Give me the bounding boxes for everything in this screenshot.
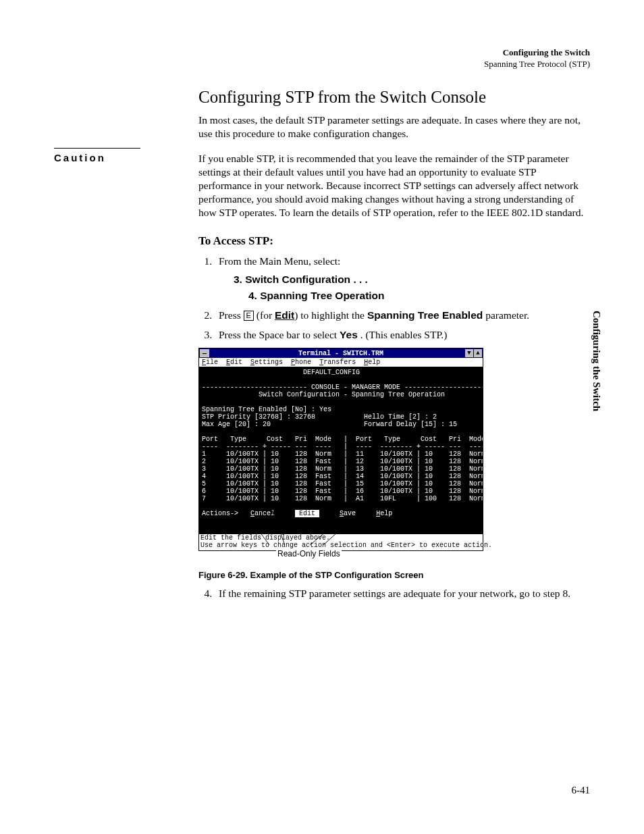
titlebar-buttons: ▼ ▲ [465, 349, 482, 357]
page-number: 6-41 [572, 785, 591, 796]
step-2-mid: (for [254, 309, 275, 321]
actions-gap3 [356, 510, 376, 517]
term-row-5: 6 10/100TX | 10 128 Fast | 16 10/100TX |… [202, 488, 483, 495]
step-1: From the Main Menu, select: 3. Switch Co… [215, 255, 590, 304]
intro-paragraph: In most cases, the default STP parameter… [198, 113, 590, 140]
term-row-4: 5 10/100TX | 10 128 Fast | 15 10/100TX |… [202, 480, 483, 488]
term-row-6: 7 10/100TX | 10 128 Norm | A1 10FL | 100… [202, 495, 483, 502]
term-header2: Switch Configuration - Spanning Tree Ope… [202, 391, 445, 398]
figure-caption: Figure 6-29. Example of the STP Configur… [198, 570, 590, 580]
term-cfg3: Max Age [20] : 20 Forward Delay [15] : 1… [202, 421, 457, 428]
minimize-icon[interactable]: ▼ [465, 349, 473, 357]
actions-gap2 [319, 510, 340, 517]
running-head: Configuring the Switch Spanning Tree Pro… [54, 47, 590, 70]
status-line-1: Edit the fields displayed above. [200, 534, 330, 542]
term-hr: -------------------------- CONSOLE - MAN… [202, 384, 483, 391]
terminal-statusbar: Edit the fields displayed above. Use arr… [199, 534, 483, 550]
term-header1: DEFAULT_CONFIG [202, 369, 360, 376]
step-2-post1: ) to highlight the [294, 309, 367, 321]
subhead-access-stp: To Access STP: [198, 234, 590, 248]
step-3-yes: Yes [340, 329, 358, 340]
step-4: If the remaining STP parameter settings … [215, 587, 590, 601]
status-line-2: Use arrow keys to change action selectio… [200, 542, 492, 549]
caution-text: If you enable STP, it is recommended tha… [198, 152, 590, 219]
action-cancel[interactable]: Cancel [250, 510, 275, 517]
term-row-1: 2 10/100TX | 10 128 Fast | 12 10/100TX |… [202, 458, 483, 465]
terminal-figure: — Terminal - SWITCH.TRM ▼ ▲ File Edit Se… [198, 348, 482, 559]
step-2-pre: Press [219, 309, 244, 321]
terminal-body: DEFAULT_CONFIG -------------------------… [199, 367, 483, 534]
steps-list-cont: If the remaining STP parameter settings … [198, 587, 590, 601]
actions-gap1 [275, 510, 295, 517]
caution-rule [54, 148, 140, 149]
caution-label: Caution [54, 152, 106, 163]
caution-block: Caution If you enable STP, it is recomme… [198, 152, 590, 219]
term-cfg1: Spanning Tree Enabled [No] : Yes [202, 406, 331, 413]
term-row-2: 3 10/100TX | 10 128 Norm | 13 10/100TX |… [202, 465, 483, 473]
term-row-0: 1 10/100TX | 10 128 Norm | 11 10/100TX |… [202, 450, 483, 458]
step-3-post: . (This enables STP.) [358, 329, 448, 340]
step-2-edit: Edit [275, 309, 294, 321]
term-thead: Port Type Cost Pri Mode | Port Type Cost… [202, 436, 483, 443]
step-2-param: Spanning Tree Enabled [367, 309, 483, 321]
steps-list: From the Main Menu, select: 3. Switch Co… [198, 255, 590, 343]
running-head-sub: Spanning Tree Protocol (STP) [484, 59, 590, 69]
step-2: Press E (for Edit) to highlight the Span… [215, 309, 590, 323]
step-3: Press the Space bar to select Yes . (Thi… [215, 328, 590, 342]
term-actions-pre: Actions-> [202, 510, 250, 517]
action-help[interactable]: Help [376, 510, 392, 517]
maximize-icon[interactable]: ▲ [474, 349, 482, 357]
terminal-titlebar: — Terminal - SWITCH.TRM ▼ ▲ [199, 348, 483, 358]
action-save[interactable]: Save [340, 510, 356, 517]
action-edit[interactable]: Edit [295, 510, 319, 517]
terminal-menubar[interactable]: File Edit Settings Phone Transfers Help [199, 358, 483, 367]
terminal-window: — Terminal - SWITCH.TRM ▼ ▲ File Edit Se… [198, 348, 483, 551]
section-title: Configuring STP from the Switch Console [198, 88, 590, 107]
step-3-pre: Press the Space bar to select [219, 329, 340, 340]
content-column: Configuring STP from the Switch Console … [198, 88, 590, 601]
step-1-sub-b: 4. Spanning Tree Operation [248, 289, 590, 303]
running-head-title: Configuring the Switch [503, 47, 590, 57]
step-2-post2: parameter. [483, 309, 529, 321]
keycap-e: E [244, 311, 254, 321]
term-row-3: 4 10/100TX | 10 128 Fast | 14 10/100TX |… [202, 473, 483, 480]
side-tab: Configuring the Switch [591, 311, 602, 411]
step-1-text: From the Main Menu, select: [219, 255, 340, 267]
readonly-fields-label: Read-Only Fields [276, 549, 342, 558]
term-cfg2: STP Priority [32768] : 32768 Hello Time … [202, 413, 437, 421]
step-1-sub-a: 3. Switch Configuration . . . [234, 273, 590, 287]
page: Configuring the Switch Spanning Tree Pro… [0, 0, 644, 834]
term-tdiv: ---- -------- + ----- --- ---- | ---- --… [202, 443, 483, 450]
terminal-title: Terminal - SWITCH.TRM [199, 350, 483, 357]
